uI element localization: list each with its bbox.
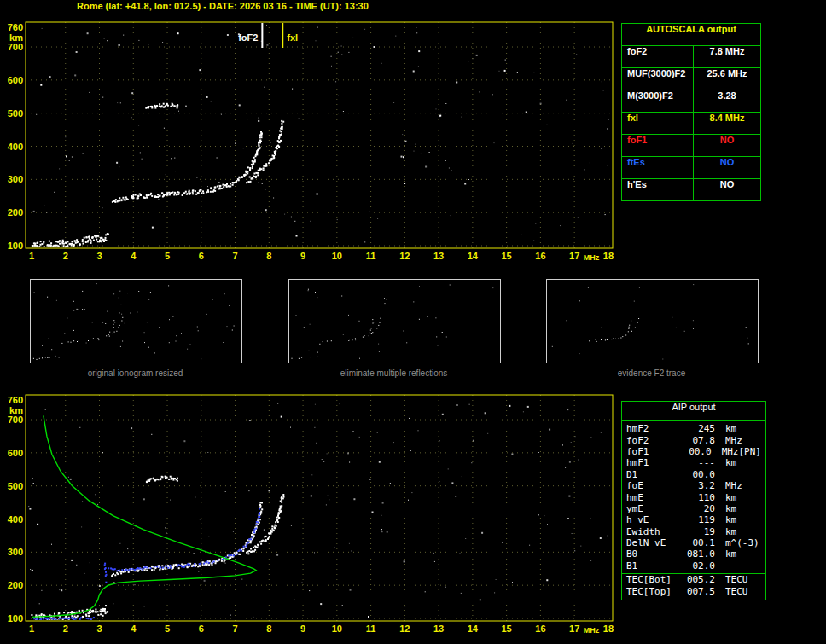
second-hop-trace — [145, 103, 178, 109]
f-trace-ordinary — [112, 131, 263, 203]
y-tick-400: 400 — [8, 142, 23, 152]
x-tick-11: 11 — [366, 251, 376, 261]
x-tick-17: 17 — [569, 624, 579, 634]
thumb-f_extraordinary — [625, 318, 639, 336]
autoscala-row-h'Es: h'EsNO — [622, 179, 760, 200]
x-tick-6: 6 — [199, 624, 204, 634]
thumb-f_extraordinary — [109, 317, 124, 337]
main-ionogram: foF2fxl100200300400500600700760km1234567… — [8, 22, 614, 262]
x-tick-12: 12 — [399, 624, 410, 634]
y-tick-100: 100 — [8, 241, 23, 251]
autoscala-row-M(3000)F2: M(3000)F23.28 — [622, 90, 760, 113]
thumbnail-multiple-reflections-removed — [288, 279, 501, 363]
y-tick-600: 600 — [8, 448, 23, 458]
e-region-trace — [31, 605, 108, 623]
thumbnail-original-ionogram — [30, 279, 242, 363]
y-tick-500: 500 — [8, 481, 23, 491]
aip-table-title: AIP output — [622, 402, 765, 421]
x-tick-8: 8 — [266, 624, 271, 634]
x-tick-1: 1 — [29, 624, 34, 634]
aip-row-D1: D100.0 — [622, 469, 765, 480]
x-tick-4: 4 — [131, 251, 137, 261]
grid — [26, 22, 613, 248]
x-tick-16: 16 — [535, 251, 545, 261]
fxI-marker-label: fxl — [287, 32, 298, 43]
thumb-f_extraordinary — [369, 318, 381, 337]
y-tick-400: 400 — [8, 514, 23, 525]
plot-content — [28, 403, 608, 623]
y-tick-760: 760 — [8, 22, 23, 32]
y-tick-600: 600 — [8, 75, 23, 85]
aip-row-foE: foE3.2MHz — [622, 480, 765, 491]
aip-row-foF1: foF100.0MHz[PN] — [622, 446, 765, 457]
thumb-f_ordinary — [589, 321, 631, 342]
autoscala-row-ftEs: ftEsNO — [622, 157, 760, 179]
x-tick-14: 14 — [468, 251, 479, 261]
y-tick-300: 300 — [8, 547, 23, 557]
x-tick-13: 13 — [433, 624, 444, 634]
thumb-f_ordinary — [319, 319, 373, 345]
y-tick-760: 760 — [8, 395, 23, 405]
axis-labels: 100200300400500600700760km12345678910111… — [8, 22, 614, 262]
thumbnail-caption-original: original ionogram resized — [30, 368, 241, 378]
aip-row-DelN_vE: DelN_vE00.1m^(-3) — [622, 537, 765, 548]
y-tick-500: 500 — [8, 108, 23, 119]
second-hop-trace — [146, 476, 178, 484]
aip-row-hmF1: hmF1---km — [622, 457, 765, 468]
autoscala-row-MUF(3000)F2: MUF(3000)F225.6 MHz — [622, 68, 760, 90]
x-tick-9: 9 — [300, 251, 305, 261]
f-trace-extraordinary — [246, 120, 284, 183]
x-tick-7: 7 — [232, 251, 237, 261]
autoscala-table-title: AUTOSCALA output — [622, 24, 760, 46]
x-tick-16: 16 — [535, 624, 545, 634]
x-tick-13: 13 — [433, 251, 444, 261]
thumb-f_ordinary — [61, 320, 115, 344]
x-tick-15: 15 — [502, 251, 512, 261]
x-tick-2: 2 — [63, 624, 68, 634]
aip-row-h_vE: h_vE119km — [622, 514, 765, 525]
f-trace-extraordinary — [246, 494, 284, 554]
plot-content — [32, 25, 609, 250]
x-tick-18: 18 — [603, 624, 614, 634]
thumb-e_region — [292, 357, 318, 359]
thumbnail-caption-f2trace: evidence F2 trace — [546, 368, 757, 378]
x-tick-3: 3 — [96, 624, 102, 634]
aip-row-hmF2: hmF2245km — [622, 423, 765, 434]
x-tick-9: 9 — [300, 624, 305, 634]
bottom-ionogram-with-profile: 100200300400500600700760km12345678910111… — [8, 395, 614, 635]
x-tick-7: 7 — [232, 624, 237, 634]
aip-row-Ewidth: Ewidth19km — [622, 526, 765, 537]
x-tick-6: 6 — [199, 251, 204, 261]
aip-row-hmE: hmE110km — [622, 491, 765, 502]
thumb-second_hop — [73, 309, 84, 311]
electron-density-profile — [32, 415, 256, 617]
x-tick-15: 15 — [502, 624, 512, 634]
aip-row-TEC[Bot]: TEC[Bot]005.2TECU — [622, 573, 765, 585]
x-tick-11: 11 — [366, 624, 376, 634]
y-tick-100: 100 — [8, 613, 23, 624]
autoscala-row-foF1: foF1NO — [622, 135, 760, 157]
aip-row-B0: B0081.0km — [622, 548, 765, 560]
x-axis-unit-label: MHz — [584, 253, 600, 262]
aip-output-table: AIP output hmF2245kmfoF207.8MHzfoF100.0M… — [621, 401, 766, 600]
y-axis-unit-label: km — [9, 405, 23, 415]
aip-row-foF2: foF207.8MHz — [622, 434, 765, 445]
x-tick-14: 14 — [468, 624, 479, 634]
autoscala-screen: Rome (lat: +41.8, lon: 012.5) - DATE: 20… — [0, 0, 826, 644]
y-tick-700: 700 — [8, 415, 23, 425]
restored-trace-vertical — [104, 563, 108, 583]
grid — [26, 395, 613, 621]
y-tick-200: 200 — [8, 207, 23, 218]
autoscala-table-rows: foF27.8 MHzMUF(3000)F225.6 MHzM(3000)F23… — [622, 46, 760, 200]
x-tick-2: 2 — [63, 251, 68, 261]
y-tick-700: 700 — [8, 42, 23, 52]
x-tick-1: 1 — [29, 251, 34, 261]
plot-border — [26, 395, 613, 621]
x-tick-4: 4 — [131, 624, 137, 634]
y-tick-200: 200 — [8, 580, 23, 590]
thumb-e_region — [33, 356, 60, 360]
foF2-marker-label: foF2 — [238, 32, 258, 43]
x-tick-12: 12 — [399, 251, 410, 261]
e-region-trace — [32, 233, 109, 250]
thumbnail-f2-trace-evidence — [546, 279, 759, 363]
